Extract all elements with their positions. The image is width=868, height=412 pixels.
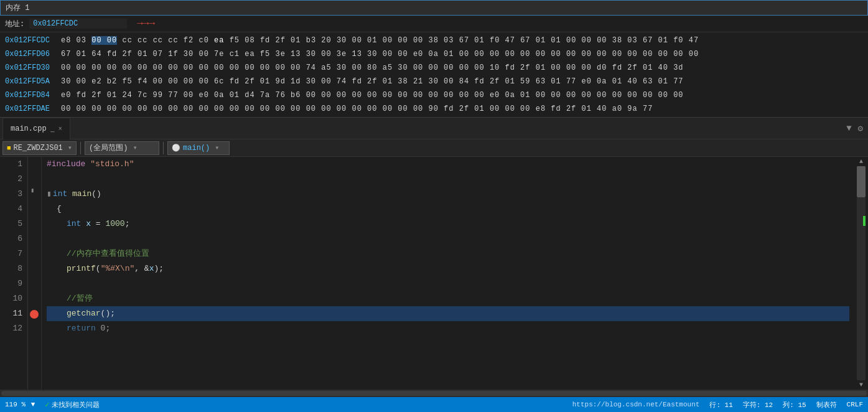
- code-line-11: getchar();: [47, 306, 849, 321]
- getchar-fn: getchar: [67, 306, 101, 321]
- row-bytes-1: e8 03 00 00 cc cc cc cc f2 c0 ea f5 08 f…: [61, 34, 699, 47]
- row-addr-3: 0x012FFD30: [5, 62, 61, 74]
- tab-pin-icon[interactable]: ⎯: [50, 125, 55, 133]
- bottom-scroll-track[interactable]: [1, 391, 867, 396]
- code-content[interactable]: #include "stdio.h" ▮int main() { int x =…: [42, 157, 854, 390]
- return-val: 0;: [96, 321, 110, 336]
- ln-3: 3: [2, 187, 22, 202]
- col-label: 列: 15: [783, 401, 806, 409]
- row-addr-5: 0x012FFD84: [5, 89, 61, 101]
- bottom-scrollbar[interactable]: [0, 390, 868, 397]
- fold-icon-line3[interactable]: ▮: [30, 187, 34, 194]
- row-bytes-3: 00 00 00 00 00 00 00 00 00 00 00 00 00 0…: [61, 62, 684, 74]
- tab-settings-icon[interactable]: ⚙: [856, 122, 866, 135]
- status-col: 列: 15: [783, 400, 806, 410]
- code-line-10: //暂停: [47, 291, 849, 306]
- toolbar-sep-2: [163, 142, 164, 154]
- memory-address-bar: 地址: →→→: [0, 16, 868, 32]
- dropdown-arrow-2: ▾: [133, 143, 137, 152]
- tab-label: main.cpp: [11, 124, 47, 133]
- memory-row-2: 0x012FFD06 67 01 64 fd 2f 01 07 1f 30 00…: [0, 47, 868, 61]
- ln-9: 9: [2, 276, 22, 291]
- row-bytes-4: 30 00 e2 b2 f5 f4 00 00 00 00 6c fd 2f 0…: [61, 75, 684, 88]
- eq: =: [91, 217, 105, 232]
- project-icon: ■: [7, 144, 11, 152]
- scroll-track[interactable]: [857, 166, 866, 380]
- main-fn: main: [72, 187, 91, 202]
- row-addr-4: 0x012FFD5A: [5, 75, 61, 88]
- ln-11: 11: [2, 306, 22, 321]
- line-marker-green: [863, 216, 866, 226]
- var-x2: x: [149, 261, 154, 276]
- code-line-6: [47, 232, 849, 246]
- check-icon: ✓: [45, 400, 49, 410]
- tab-actions: ▼ ⚙: [844, 122, 866, 135]
- app-container: 内存 1 地址: →→→ 0x012FFCDC e8 03 00 00 cc c…: [0, 0, 868, 412]
- memory-row-3: 0x012FFD30 00 00 00 00 00 00 00 00 00 00…: [0, 61, 868, 75]
- project-name: RE_ZWDZJS01: [14, 144, 63, 152]
- status-zoom-area[interactable]: 119 % ▼: [5, 401, 35, 408]
- func-dropdown[interactable]: ⚪ main() ▾: [167, 141, 230, 155]
- fold-bracket: ▮: [47, 187, 52, 202]
- dropdown-arrow-1: ▾: [68, 143, 72, 152]
- scope-label: (全局范围): [89, 143, 128, 153]
- memory-row-6: 0x012FFDAE 00 00 00 00 00 00 00 00 00 00…: [0, 102, 868, 116]
- include-kw: #include: [47, 157, 90, 172]
- code-line-4: {: [47, 202, 849, 217]
- dropdown-arrow-3: ▾: [215, 143, 219, 152]
- char-label: 字符: 12: [743, 401, 773, 409]
- red-arrow-icon: →→→: [137, 18, 155, 29]
- editor-tab-main[interactable]: main.cpp ⎯ ×: [2, 118, 70, 139]
- paren-close: );: [154, 261, 164, 276]
- code-line-1: #include "stdio.h": [47, 157, 849, 172]
- paren-open: (: [96, 261, 101, 276]
- row-bytes-6: 00 00 00 00 00 00 00 00 00 00 00 00 00 0…: [61, 103, 653, 115]
- memory-row-4: 0x012FFD5A 30 00 e2 b2 f5 f4 00 00 00 00…: [0, 75, 868, 88]
- scroll-up-btn[interactable]: ▲: [854, 157, 868, 166]
- memory-data-grid: 0x012FFCDC e8 03 00 00 cc cc cc cc f2 c0…: [0, 32, 868, 117]
- code-line-2: [47, 172, 849, 187]
- brace-open: {: [57, 202, 62, 217]
- status-bar: 119 % ▼ ✓ 未找到相关问题 https://blog.csdn.net/…: [0, 397, 868, 412]
- status-indicator: ✓ 未找到相关问题: [45, 400, 100, 410]
- project-dropdown[interactable]: ■ RE_ZWDZJS01 ▾: [2, 141, 77, 155]
- scroll-down-btn[interactable]: ▼: [854, 380, 868, 390]
- zoom-dropdown-icon: ▼: [31, 401, 35, 408]
- code-line-3: ▮int main(): [47, 187, 849, 202]
- memory-row-1: 0x012FFCDC e8 03 00 00 cc cc cc cc f2 c0…: [0, 34, 868, 47]
- ln-7: 7: [2, 246, 22, 261]
- tab-dropdown-icon[interactable]: ▼: [844, 122, 854, 135]
- ln-12: 12: [2, 321, 22, 336]
- line-label: 行: 11: [709, 401, 732, 409]
- row-addr-6: 0x012FFDAE: [5, 103, 61, 115]
- ln-2: 2: [2, 172, 22, 187]
- encoding-label: CRLF: [847, 401, 863, 408]
- tab-close-btn[interactable]: ×: [58, 125, 63, 133]
- editor-tab-bar: main.cpp ⎯ × ▼ ⚙: [0, 118, 868, 139]
- fmt-str: "%#X\n": [101, 261, 135, 276]
- semi-1: ;: [125, 217, 130, 232]
- url-text: https://blog.csdn.net/Eastmount: [572, 401, 700, 408]
- code-line-5: int x = 1000;: [47, 217, 849, 232]
- line-numbers: 1 2 3 4 5 6 7 8 9 10 11 12: [0, 157, 28, 390]
- zoom-value: 119 %: [5, 401, 26, 408]
- address-input[interactable]: [29, 19, 127, 29]
- toolbar-sep-1: [80, 142, 81, 154]
- row-bytes-5: e0 fd 2f 01 24 7c 99 77 00 e0 0a 01 d4 7…: [61, 89, 684, 101]
- scope-dropdown[interactable]: (全局范围) ▾: [85, 141, 159, 155]
- var-x: x: [86, 217, 91, 232]
- code-margin: ▮: [28, 157, 42, 390]
- scroll-thumb[interactable]: [857, 166, 866, 197]
- status-char: 字符: 12: [743, 400, 773, 410]
- code-editor-area: 1 2 3 4 5 6 7 8 9 10 11 12 ▮ #include "s…: [0, 157, 868, 390]
- breakpoint-line11[interactable]: [30, 310, 39, 319]
- printf-fn: printf: [67, 261, 96, 276]
- right-panel: ▲ ▼: [854, 157, 868, 390]
- ln-6: 6: [2, 232, 22, 246]
- row-addr-2: 0x012FFD06: [5, 48, 61, 60]
- status-url[interactable]: https://blog.csdn.net/Eastmount: [572, 401, 700, 408]
- int-kw-2: int: [67, 217, 86, 232]
- ln-10: 10: [2, 291, 22, 306]
- memory-title: 内存 1: [6, 4, 29, 12]
- func-icon: ⚪: [172, 144, 180, 152]
